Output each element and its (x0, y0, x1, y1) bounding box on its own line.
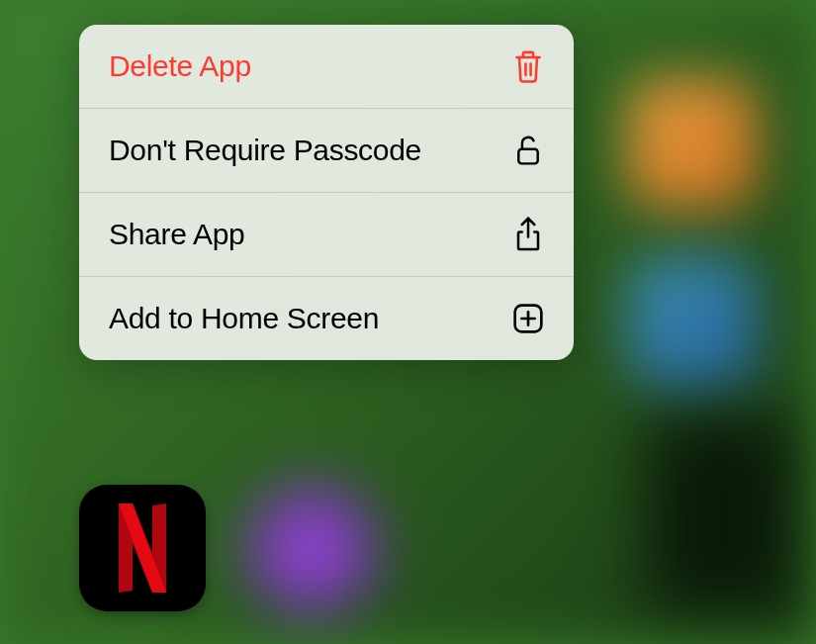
menu-item-label: Add to Home Screen (109, 301, 379, 336)
add-to-home-screen-menu-item[interactable]: Add to Home Screen (79, 277, 574, 360)
background-app-blur (648, 415, 796, 613)
background-app-blur (628, 257, 757, 386)
plus-square-icon (510, 301, 546, 336)
dont-require-passcode-menu-item[interactable]: Don't Require Passcode (79, 109, 574, 193)
netflix-app-icon[interactable] (79, 485, 206, 611)
unlock-icon (510, 133, 546, 168)
background-app-blur (247, 485, 376, 613)
share-app-menu-item[interactable]: Share App (79, 193, 574, 277)
netflix-logo (113, 504, 172, 593)
trash-icon (510, 48, 546, 84)
menu-item-label: Share App (109, 217, 244, 252)
menu-item-label: Delete App (109, 48, 251, 84)
menu-item-label: Don't Require Passcode (109, 133, 421, 168)
background-app-blur (628, 79, 757, 208)
delete-app-menu-item[interactable]: Delete App (79, 25, 574, 109)
share-icon (510, 217, 546, 252)
svg-rect-2 (518, 149, 537, 164)
app-context-menu: Delete App Don't Require Passcode Share … (79, 25, 574, 360)
